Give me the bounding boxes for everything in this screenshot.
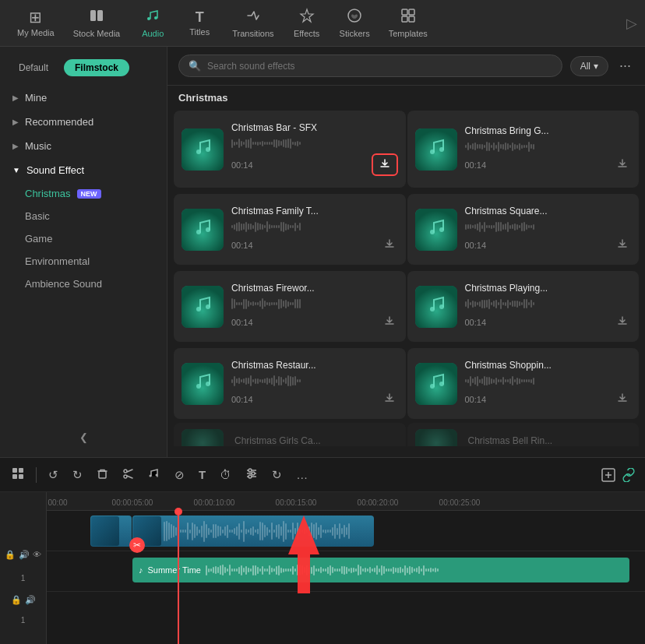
- timeline-tool-text[interactable]: T: [196, 466, 208, 484]
- waveform-bar: [479, 144, 481, 149]
- link-button[interactable]: [622, 468, 636, 482]
- waveform-bar: [245, 299, 247, 309]
- waveform-bar: [526, 379, 527, 382]
- sidebar-sub-basic[interactable]: Basic: [0, 205, 167, 227]
- download-btn-e3[interactable]: [381, 237, 398, 253]
- timeline-tool-delete[interactable]: [94, 466, 111, 484]
- timeline-tool-more[interactable]: …: [294, 466, 310, 484]
- timeline-tool-undo[interactable]: ↺: [46, 466, 61, 484]
- lock-icon-2[interactable]: 🔒: [11, 595, 22, 605]
- sidebar-item-music[interactable]: ▶ Music: [0, 134, 167, 158]
- waveform-bar: [493, 379, 495, 383]
- svg-point-10: [206, 147, 210, 152]
- waveform-bar: [507, 379, 509, 382]
- timeline-tool-clip[interactable]: ⊘: [172, 466, 187, 484]
- search-icon: 🔍: [189, 60, 201, 72]
- waveform-bar: [271, 378, 273, 385]
- lock-icon-1[interactable]: 🔒: [5, 550, 16, 560]
- add-track-button[interactable]: [601, 468, 615, 482]
- effect-card-e4[interactable]: Christmas Square... 00:14: [407, 194, 640, 265]
- waveform-bar: [241, 302, 242, 305]
- sidebar-sub-game[interactable]: Game: [0, 227, 167, 250]
- download-btn-e2[interactable]: [614, 157, 631, 173]
- waveform-bar: [530, 144, 532, 149]
- tab-filmstock[interactable]: Filmstock: [64, 59, 129, 76]
- nav-effects[interactable]: Effects: [284, 3, 330, 43]
- sidebar-item-sound-effect[interactable]: ▼ Sound Effect: [0, 158, 167, 182]
- nav-titles[interactable]: T Titles: [176, 5, 223, 41]
- search-input[interactable]: [207, 61, 552, 72]
- download-btn-e8[interactable]: [614, 391, 631, 407]
- waveform-bar: [477, 223, 478, 231]
- svg-point-12: [439, 147, 444, 152]
- effect-card-e1[interactable]: Christmas Bar - SFX 00:14: [174, 111, 406, 188]
- download-btn-e1[interactable]: [372, 153, 398, 176]
- nav-stock-media[interactable]: Stock Media: [64, 3, 130, 43]
- timeline-tool-timer[interactable]: ⏱: [217, 466, 234, 484]
- waveform-bar: [523, 145, 525, 148]
- download-btn-e6[interactable]: [614, 314, 631, 330]
- waveform-bar: [474, 143, 476, 150]
- nav-my-media[interactable]: ⊞ My Media: [8, 5, 64, 42]
- timeline-tool-audio[interactable]: [146, 465, 163, 484]
- effect-card-e3[interactable]: Christmas Family T... 00:14: [174, 194, 406, 265]
- waveform-bar: [292, 225, 294, 228]
- preview-toggle[interactable]: ▷: [626, 15, 637, 32]
- effect-card-e2[interactable]: Christmas Bring G... 00:14: [407, 111, 640, 188]
- volume-icon-1[interactable]: 🔊: [19, 550, 30, 560]
- audio-track-row: ♪ Summer Time: [47, 551, 645, 592]
- svg-rect-1: [97, 10, 103, 21]
- sidebar-item-mine[interactable]: ▶ Mine: [0, 86, 167, 110]
- download-btn-e7[interactable]: [381, 391, 398, 407]
- waveform-bar: [273, 225, 275, 228]
- timeline-tool-rotate[interactable]: ↻: [270, 466, 284, 484]
- waveform-bar: [488, 377, 490, 385]
- download-btn-e5[interactable]: [381, 314, 398, 330]
- waveform-bar: [516, 224, 518, 230]
- svg-point-15: [430, 230, 435, 234]
- effect-card-e7[interactable]: Christmas Restaur... 00:14: [174, 348, 406, 419]
- video-clip-cut[interactable]: [90, 516, 132, 547]
- sidebar-item-recommended[interactable]: ▶ Recommended: [0, 110, 167, 134]
- ambience-label: Ambience Sound: [25, 278, 102, 290]
- sidebar-collapse[interactable]: ❮: [0, 425, 167, 449]
- timeline-tool-adjust[interactable]: [243, 465, 260, 484]
- sidebar-item-music-label: Music: [25, 140, 51, 152]
- more-options-button[interactable]: ···: [616, 55, 634, 77]
- sidebar-sub-christmas[interactable]: Christmas NEW: [0, 182, 167, 205]
- sidebar-sub-environmental[interactable]: Environmental: [0, 250, 167, 273]
- waveform-bar: [512, 301, 513, 307]
- nav-audio-label: Audio: [142, 29, 164, 38]
- nav-audio[interactable]: Audio: [129, 3, 176, 43]
- waveform-bar: [465, 301, 467, 307]
- waveform-audio: [206, 563, 629, 577]
- search-box[interactable]: 🔍: [178, 55, 562, 77]
- timeline-tool-grid[interactable]: [9, 465, 26, 484]
- volume-icon-2[interactable]: 🔊: [25, 595, 36, 605]
- nav-templates[interactable]: Templates: [379, 3, 437, 43]
- timeline-tool-redo[interactable]: ↻: [70, 466, 85, 484]
- svg-point-41: [248, 475, 252, 478]
- waveform-bar: [264, 378, 266, 383]
- nav-stickers[interactable]: Stickers: [330, 3, 379, 43]
- playhead[interactable]: [178, 511, 179, 644]
- effect-card-e5[interactable]: Christmas Firewor... 00:14: [174, 271, 406, 342]
- waveform-bar: [528, 142, 530, 152]
- video-clip-main[interactable]: [132, 516, 374, 547]
- timeline-tool-cut[interactable]: [120, 466, 136, 484]
- filter-button[interactable]: All ▾: [570, 56, 608, 76]
- my-media-icon: ⊞: [29, 9, 42, 25]
- eye-icon-1[interactable]: 👁: [33, 550, 41, 559]
- download-btn-e4[interactable]: [614, 237, 631, 253]
- waveform-bar: [278, 376, 280, 385]
- effect-card-e6[interactable]: Christmas Playing... 00:14: [407, 271, 640, 342]
- waveform-bar: [299, 299, 301, 308]
- audio-clip-summer[interactable]: ♪ Summer Time: [132, 558, 629, 582]
- waveform-bar: [470, 224, 471, 229]
- effect-card-e8[interactable]: Christmas Shoppin... 00:14: [407, 348, 640, 419]
- waveform-bar: [280, 141, 282, 146]
- effect-name-e1: Christmas Bar - SFX: [231, 122, 398, 133]
- sidebar-sub-ambience[interactable]: Ambience Sound: [0, 273, 167, 295]
- nav-transitions[interactable]: Transitions: [223, 3, 283, 43]
- tab-default[interactable]: Default: [8, 59, 59, 76]
